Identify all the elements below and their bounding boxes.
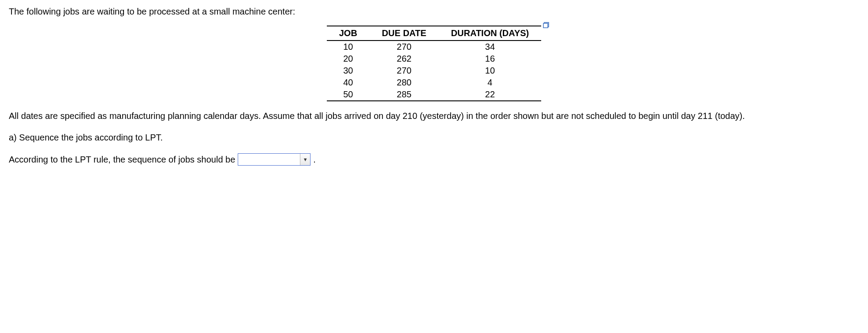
intro-text: The following jobs are waiting to be pro… [9,7,859,17]
cell-job: 40 [327,77,370,89]
cell-job: 10 [327,41,370,53]
cell-duration: 10 [439,65,542,77]
table-row: 20 262 16 [327,53,542,65]
cell-due-date: 280 [370,77,439,89]
table-row: 50 285 22 [327,89,542,101]
col-header-job: JOB [327,26,370,41]
cell-duration: 22 [439,89,542,101]
table-row: 40 280 4 [327,77,542,89]
chevron-down-icon[interactable]: ▼ [300,154,310,165]
svg-rect-1 [543,23,548,28]
context-text: All dates are specified as manufacturing… [9,110,859,122]
col-header-duration: DURATION (DAYS) [439,26,542,41]
cell-job: 50 [327,89,370,101]
table-header-row: JOB DUE DATE DURATION (DAYS) [327,26,542,41]
cell-due-date: 262 [370,53,439,65]
popup-icon[interactable] [543,20,550,27]
jobs-table: JOB DUE DATE DURATION (DAYS) 10 270 34 2… [327,26,542,101]
sentence-period: . [313,155,316,165]
cell-duration: 34 [439,41,542,53]
cell-due-date: 285 [370,89,439,101]
cell-duration: 16 [439,53,542,65]
question-part-a: a) Sequence the jobs according to LPT. [9,133,859,143]
answer-line: According to the LPT rule, the sequence … [9,153,859,166]
table-row: 30 270 10 [327,65,542,77]
cell-job: 30 [327,65,370,77]
answer-prefix: According to the LPT rule, the sequence … [9,155,235,165]
cell-job: 20 [327,53,370,65]
col-header-due-date: DUE DATE [370,26,439,41]
cell-duration: 4 [439,77,542,89]
cell-due-date: 270 [370,65,439,77]
table-wrapper: JOB DUE DATE DURATION (DAYS) 10 270 34 2… [327,26,542,101]
table-row: 10 270 34 [327,41,542,53]
sequence-dropdown[interactable]: ▼ [238,153,311,166]
cell-due-date: 270 [370,41,439,53]
